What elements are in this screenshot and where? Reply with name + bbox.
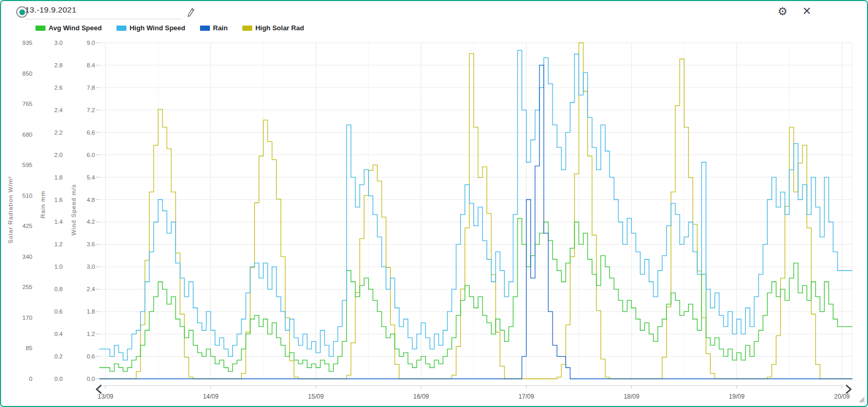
svg-text:17/09: 17/09 xyxy=(519,393,534,400)
svg-text:20/09: 20/09 xyxy=(834,393,850,400)
svg-text:6.6: 6.6 xyxy=(87,129,95,136)
svg-text:Solar Radiation W/m²: Solar Radiation W/m² xyxy=(7,176,14,243)
chart-title-field[interactable]: 13.-19.9.2021 xyxy=(25,5,182,19)
chart-canvas[interactable]: 0851702553404255105956807658509350.00.20… xyxy=(1,1,868,407)
svg-text:425: 425 xyxy=(22,223,32,229)
svg-text:13/09: 13/09 xyxy=(98,393,113,400)
svg-text:85: 85 xyxy=(26,345,32,351)
svg-text:0: 0 xyxy=(29,376,32,382)
page-title: 13.-19.9.2021 xyxy=(25,5,76,14)
prev-icon xyxy=(97,385,101,393)
svg-text:3.0: 3.0 xyxy=(87,264,95,270)
svg-text:8.4: 8.4 xyxy=(87,62,96,68)
high-wind-speed-swatch xyxy=(116,26,126,31)
svg-text:0.0: 0.0 xyxy=(54,376,63,382)
y-axis-tick-labels: 0851702553404255105956807658509350.00.20… xyxy=(22,40,96,382)
svg-text:1.6: 1.6 xyxy=(54,197,63,203)
next-icon xyxy=(846,385,851,393)
svg-text:5.4: 5.4 xyxy=(87,174,96,181)
svg-text:7.2: 7.2 xyxy=(87,107,95,113)
series-lines xyxy=(99,43,852,379)
legend-item-high-wind-speed[interactable]: High Wind Speed xyxy=(116,24,185,32)
svg-text:4.2: 4.2 xyxy=(87,219,95,225)
svg-text:1.2: 1.2 xyxy=(87,331,95,337)
y-axis-titles: Solar Radiation W/m²Rain mmWind Speed m/… xyxy=(7,176,77,243)
svg-text:0.8: 0.8 xyxy=(54,286,63,292)
chart-legend: Avg Wind Speed High Wind Speed Rain High… xyxy=(36,24,304,32)
legend-item-high-solar-rad[interactable]: High Solar Rad xyxy=(242,24,304,32)
high-solar-rad-swatch xyxy=(242,26,252,31)
svg-text:0.6: 0.6 xyxy=(54,308,63,315)
svg-text:765: 765 xyxy=(22,101,32,107)
svg-text:3.0: 3.0 xyxy=(54,40,63,46)
series-high-solar-rad xyxy=(99,43,852,379)
avg-wind-speed-swatch xyxy=(36,26,45,31)
svg-text:2.4: 2.4 xyxy=(87,286,96,292)
svg-text:2.0: 2.0 xyxy=(54,152,63,158)
svg-text:510: 510 xyxy=(22,193,32,199)
series-high-wind-speed xyxy=(99,50,852,360)
svg-text:850: 850 xyxy=(22,70,32,77)
svg-text:6.0: 6.0 xyxy=(87,152,95,158)
svg-text:Wind Speed m/s: Wind Speed m/s xyxy=(71,184,77,235)
svg-text:9.0: 9.0 xyxy=(87,40,95,46)
legend-item-rain[interactable]: Rain xyxy=(200,24,228,32)
svg-text:1.2: 1.2 xyxy=(54,241,63,247)
svg-text:Rain mm: Rain mm xyxy=(40,190,46,218)
svg-text:170: 170 xyxy=(22,315,32,321)
svg-text:19/09: 19/09 xyxy=(729,393,745,400)
svg-text:14/09: 14/09 xyxy=(203,393,218,400)
svg-text:0.0: 0.0 xyxy=(87,376,95,382)
x-axis-labels: 13/0914/0915/0916/0917/0918/0919/0920/09 xyxy=(98,393,850,400)
legend-label: Avg Wind Speed xyxy=(49,24,102,32)
svg-text:15/09: 15/09 xyxy=(308,393,324,400)
dashboard-window: 0851702553404255105956807658509350.00.20… xyxy=(0,0,868,407)
legend-label: Rain xyxy=(213,24,228,32)
svg-text:16/09: 16/09 xyxy=(413,393,429,400)
svg-text:1.8: 1.8 xyxy=(87,308,95,315)
svg-text:7.8: 7.8 xyxy=(87,85,95,91)
svg-text:0.2: 0.2 xyxy=(54,353,63,360)
svg-text:2.2: 2.2 xyxy=(54,129,63,136)
svg-text:1.0: 1.0 xyxy=(54,264,63,270)
legend-item-avg-wind-speed[interactable]: Avg Wind Speed xyxy=(36,24,102,32)
legend-label: High Solar Rad xyxy=(255,24,304,32)
svg-text:4.8: 4.8 xyxy=(87,197,95,203)
settings-icon[interactable]: ⚙ xyxy=(778,6,788,17)
record-icon-dot xyxy=(19,9,25,15)
close-icon[interactable]: × xyxy=(803,3,811,19)
gridlines xyxy=(96,43,852,379)
series-avg-wind-speed xyxy=(99,218,852,371)
svg-text:2.6: 2.6 xyxy=(54,85,63,91)
svg-text:2.4: 2.4 xyxy=(54,107,63,113)
svg-text:0.6: 0.6 xyxy=(87,353,95,360)
edit-icon[interactable] xyxy=(186,7,196,20)
svg-text:1.4: 1.4 xyxy=(54,219,63,225)
svg-text:3.6: 3.6 xyxy=(87,241,95,247)
svg-text:340: 340 xyxy=(22,254,32,260)
svg-text:595: 595 xyxy=(22,162,32,168)
legend-label: High Wind Speed xyxy=(130,24,185,32)
svg-text:0.4: 0.4 xyxy=(54,331,63,337)
rain-swatch xyxy=(200,26,210,31)
svg-text:18/09: 18/09 xyxy=(624,393,639,400)
time-scroll-bar[interactable] xyxy=(97,385,851,393)
resize-grip-icon[interactable] xyxy=(858,396,865,405)
svg-text:2.8: 2.8 xyxy=(54,62,63,68)
svg-text:935: 935 xyxy=(22,40,32,46)
svg-text:680: 680 xyxy=(22,131,32,138)
svg-text:255: 255 xyxy=(22,284,32,290)
svg-text:1.8: 1.8 xyxy=(54,174,63,181)
